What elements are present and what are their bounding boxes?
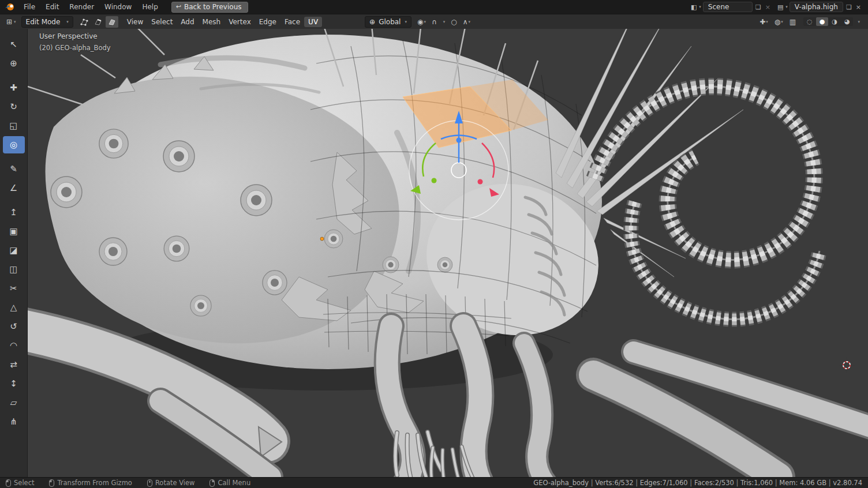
overlays-button[interactable]: ◍▾ [772,16,785,28]
mode-dropdown[interactable]: Edit Mode ▾ [21,16,73,28]
tool-transform[interactable]: ◎ [3,136,25,153]
vertex-select-toggle[interactable] [78,16,91,28]
xray-icon: ▥ [790,18,796,26]
shading-caret-icon: ▾ [858,20,860,24]
scene-unlink-button[interactable]: × [764,3,772,11]
menu-help[interactable]: Help [137,0,163,14]
menu-vertex[interactable]: Vertex [225,17,255,27]
tool-inset-faces[interactable]: ▣ [3,223,25,240]
scene-statistics: GEO-alpha_body Verts:6/532 Edges:7/1,060… [533,479,862,487]
tool-spin[interactable]: ↺ [3,318,25,335]
menu-file[interactable]: File [18,0,40,14]
blender-logo[interactable] [5,2,16,12]
middle-mouse-icon [147,479,152,487]
view-layer-remove-button[interactable]: × [855,3,862,11]
mode-label: Edit Mode [26,18,61,26]
overlays-caret-icon: ▾ [781,20,783,24]
blender-window: File Edit Render Window Help ↩ Back to P… [0,0,868,488]
view-layer-caret-icon[interactable]: ▾ [785,5,788,9]
hint-transform-gizmo: Transform From Gizmo [49,479,132,487]
stat-object-name: GEO-alpha_body [533,479,589,487]
stat-faces: Faces:2/530 [688,479,734,487]
tool-select-box[interactable]: ↖ [3,36,25,53]
tool-knife[interactable]: ✂ [3,280,25,297]
pivot-point-button[interactable]: ◉▾ [415,16,428,28]
viewport-3d[interactable]: User Perspective (20) GEO-alpha_Body [28,29,868,477]
editor-type-button[interactable]: ⊞ ▾ [3,18,19,26]
tool-poly-build[interactable]: △ [3,299,25,316]
main-area: ↖ ⊕ ✚ ↻ ◱ ◎ ✎ ∠ ↥ ▣ ◪ ◫ ✂ △ ↺ ◠ ⇄ ↕ ▱ ⋔ [0,29,868,477]
edge-select-toggle[interactable] [92,16,104,28]
stat-tris: Tris:1,060 [734,479,773,487]
shading-rendered-button[interactable]: ◕ [841,17,854,26]
proportional-edit-toggle[interactable]: ○ [448,16,459,28]
shading-wireframe-button[interactable]: ◌ [803,17,816,26]
shading-solid-button[interactable]: ● [816,17,829,26]
gizmo-x-handle-dot[interactable] [478,179,483,185]
back-to-previous-button[interactable]: ↩ Back to Previous [171,2,248,13]
status-bar: Select Transform From Gizmo Rotate View … [0,477,868,488]
menu-face[interactable]: Face [280,17,304,27]
tool-edge-slide[interactable]: ⇄ [3,356,25,373]
hint-select: Select [6,479,34,487]
view-layer-new-button[interactable]: ❏ [845,3,853,11]
rendered-sphere-icon: ◕ [844,18,850,25]
shading-settings-button[interactable]: ▾ [855,16,862,28]
right-mouse-icon [209,479,215,487]
shading-material-button[interactable]: ◑ [828,17,841,26]
tool-extrude-region[interactable]: ↥ [3,204,25,221]
menu-render[interactable]: Render [64,0,99,14]
view-layer-name-field[interactable]: V-alpha.high [790,2,843,12]
active-vertex-dot[interactable] [320,237,324,241]
menu-window[interactable]: Window [99,0,137,14]
left-mouse-drag-icon [49,479,54,487]
tool-measure[interactable]: ∠ [3,179,25,197]
gizmo-caret-icon: ▾ [766,20,768,24]
editor-type-caret-icon: ▾ [14,20,16,24]
menu-uv[interactable]: UV [304,17,322,27]
menu-mesh[interactable]: Mesh [199,17,225,27]
tool-cursor[interactable]: ⊕ [3,55,25,72]
tool-rotate[interactable]: ↻ [3,98,25,115]
snap-settings-button[interactable]: ▾ [440,16,448,28]
wireframe-sphere-icon: ◌ [807,18,813,25]
view-layer-icon[interactable]: ▤ [777,3,783,11]
scene-new-button[interactable]: ❏ [754,3,762,11]
tool-shear[interactable]: ▱ [3,394,25,411]
snap-toggle[interactable]: ∩ [429,16,439,28]
scene-selector: ◧ ▾ Scene ❏ × [691,2,772,12]
scene-name-field[interactable]: Scene [703,2,753,12]
menu-edge[interactable]: Edge [255,17,280,27]
tool-bevel[interactable]: ◪ [3,242,25,259]
tool-smooth[interactable]: ◠ [3,337,25,354]
viewport-canvas[interactable] [28,29,868,477]
falloff-dropdown[interactable]: ∧▾ [461,16,473,28]
tool-shrink-fatten[interactable]: ↕ [3,375,25,392]
scene-icon[interactable]: ◧ [691,3,697,11]
show-gizmo-button[interactable]: ✚▾ [757,16,770,28]
active-object-label: (20) GEO-alpha_Body [39,44,111,52]
viewport-display-settings: ✚▾ ◍▾ ▥ ◌ ● ◑ ◕ ▾ [757,16,865,28]
orientation-dropdown[interactable]: ⊕ Global ▾ [365,16,411,28]
tool-scale[interactable]: ◱ [3,117,25,134]
view-layer-selector: ▤ ▾ V-alpha.high ❏ × [777,2,862,12]
tool-loop-cut[interactable]: ◫ [3,261,25,278]
xray-toggle[interactable]: ▥ [787,16,798,28]
tool-rip-region[interactable]: ⋔ [3,413,25,430]
viewport-header: ⊞ ▾ Edit Mode ▾ [0,14,868,29]
menu-edit[interactable]: Edit [40,0,64,14]
tool-move[interactable]: ✚ [3,79,25,96]
scene-caret-icon[interactable]: ▾ [699,5,701,9]
gizmo-z-handle-dot[interactable] [457,138,462,143]
view-perspective-label: User Perspective [39,32,98,40]
stat-verts: Verts:6/532 [589,479,633,487]
hint-select-label: Select [14,479,34,487]
gizmo-y-handle-dot[interactable] [432,178,437,183]
face-select-toggle[interactable] [106,16,118,28]
tool-annotate[interactable]: ✎ [3,160,25,178]
overlays-icon: ◍ [775,18,780,26]
menu-add[interactable]: Add [177,17,198,27]
menu-select[interactable]: Select [147,17,177,27]
menu-view[interactable]: View [123,17,147,27]
hint-menu-label: Call Menu [218,479,250,487]
